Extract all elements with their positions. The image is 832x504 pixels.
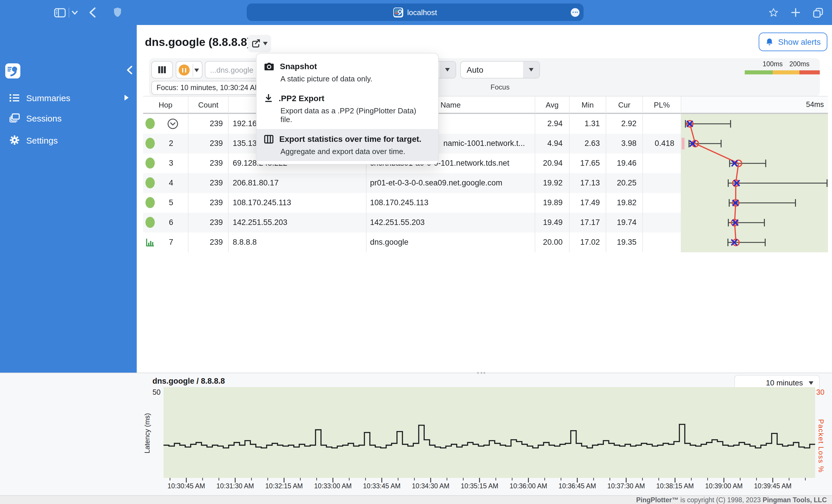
- column-header-Min[interactable]: Min: [570, 96, 606, 113]
- chevron-down-icon: [445, 68, 450, 72]
- min-cell: 1.31: [570, 114, 606, 134]
- y-axis-max-label: 50: [146, 388, 161, 396]
- cur-cell: 19.35: [606, 232, 643, 252]
- x-axis-label: 10:38:15 AM: [656, 482, 694, 489]
- legend-label-200ms: 200ms: [789, 60, 809, 67]
- tab-overview-icon[interactable]: [813, 7, 823, 18]
- table-row-hop-7[interactable]: 72398.8.8.8dns.google20.0017.0219.35: [143, 232, 681, 252]
- chevron-down-icon[interactable]: [72, 10, 78, 15]
- status-ok-icon: [146, 138, 155, 149]
- timeline-title: dns.google / 8.8.8.8: [152, 377, 225, 385]
- show-alerts-button[interactable]: Show alerts: [759, 32, 827, 51]
- bookmark-star-icon[interactable]: [769, 7, 778, 18]
- sidebar-item-label: Sessions: [26, 113, 62, 123]
- column-header-Cur[interactable]: Cur: [606, 96, 643, 113]
- name-cell: dns.google: [367, 232, 535, 252]
- menu-item-pp2-export[interactable]: .PP2 Export Export data as a .PP2 (PingP…: [257, 88, 438, 129]
- ip-cell: 142.251.55.203: [229, 213, 367, 232]
- table-row-hop-6[interactable]: 6239142.251.55.203142.251.55.20319.4917.…: [143, 213, 681, 232]
- latency-timeline-plot[interactable]: [163, 387, 815, 478]
- pause-split-button[interactable]: [176, 61, 203, 79]
- new-tab-icon[interactable]: [791, 8, 800, 17]
- ip-cell: 108.170.245.113: [229, 193, 367, 213]
- avg-cell: 2.94: [535, 114, 570, 134]
- pause-icon[interactable]: [179, 64, 190, 76]
- count-cell: 239: [188, 173, 229, 193]
- hop-number: 4: [164, 173, 178, 193]
- avg-cell: 19.49: [535, 213, 570, 232]
- footer-text: is copyright (C) 1998, 2023: [678, 497, 762, 503]
- window-close-button[interactable]: [8, 9, 14, 15]
- menu-item-desc: Export data as a .PP2 (PingPlotter Data)…: [281, 106, 429, 124]
- cur-cell: 20.25: [606, 173, 643, 193]
- table-row-hop-4[interactable]: 4239206.81.80.17pr01-et-0-3-0-0.sea09.ne…: [143, 173, 681, 193]
- status-ok-icon: [146, 217, 155, 228]
- export-button[interactable]: [248, 35, 271, 52]
- panel-resize-handle[interactable]: [477, 372, 485, 374]
- download-icon: [264, 93, 273, 103]
- min-cell: 17.13: [570, 173, 606, 193]
- min-cell: 17.17: [570, 213, 606, 232]
- back-icon[interactable]: [89, 7, 96, 18]
- latency-legend-bar: [745, 71, 820, 75]
- table-columns-icon: [264, 135, 274, 143]
- chevron-down-icon[interactable]: [194, 68, 199, 72]
- sidebar-item-sessions[interactable]: Sessions: [0, 109, 137, 127]
- min-cell: 17.49: [570, 193, 606, 213]
- menu-item-title: .PP2 Export: [279, 93, 324, 103]
- submenu-arrow-icon[interactable]: [125, 95, 129, 101]
- y2-axis-max-label: 30: [816, 388, 825, 396]
- x-axis-label: 10:34:30 AM: [412, 482, 449, 489]
- focus-status-text: Focus: 10 minutes, 10:30:24 AM - 1: [157, 84, 271, 92]
- shield-icon[interactable]: [113, 7, 122, 18]
- legend-label-100ms: 100ms: [762, 60, 783, 67]
- x-axis-label: 10:33:45 AM: [363, 482, 400, 489]
- pl-cell: [643, 114, 681, 134]
- hop-status-cell: 4: [143, 173, 188, 193]
- columns-button[interactable]: [151, 61, 173, 79]
- pl-cell: [643, 232, 681, 252]
- chevron-down-icon: [529, 68, 534, 72]
- hop-number: 5: [164, 193, 178, 213]
- status-ok-icon: [146, 197, 155, 208]
- table-row-hop-5[interactable]: 5239108.170.245.113108.170.245.11319.891…: [143, 193, 681, 213]
- address-url: localhost: [407, 8, 437, 17]
- sidebar-item-settings[interactable]: Settings: [0, 131, 137, 149]
- status-ok-icon: [146, 158, 155, 169]
- min-cell: 17.02: [570, 232, 606, 252]
- x-axis-label: 10:39:45 AM: [754, 482, 791, 489]
- sidebar-item-label: Settings: [26, 135, 58, 145]
- avg-cell: 20.00: [535, 232, 570, 252]
- avg-cell: 4.94: [535, 134, 570, 153]
- window-minimize-button[interactable]: [20, 9, 26, 15]
- column-header-Avg[interactable]: Avg: [535, 96, 570, 113]
- cur-cell: 19.74: [606, 213, 643, 232]
- menu-item-export-statistics[interactable]: Export statistics over time for target. …: [257, 129, 438, 161]
- menu-item-snapshot[interactable]: Snapshot A static picture of data only.: [257, 56, 438, 88]
- y-axis-title: Latency (ms): [143, 401, 151, 465]
- pingplotter-app: localhost Summaries: [0, 0, 832, 504]
- list-icon: [9, 93, 20, 102]
- x-axis-label: 10:30:45 AM: [167, 482, 205, 489]
- address-bar[interactable]: localhost: [247, 3, 583, 21]
- cur-cell: 19.82: [606, 193, 643, 213]
- hop-status-cell: [143, 114, 188, 134]
- graph-scale-max-label: 54ms: [806, 101, 824, 109]
- cur-cell: 3.98: [606, 134, 643, 153]
- expand-row-icon[interactable]: [167, 118, 179, 130]
- page-menu-icon[interactable]: [571, 8, 579, 17]
- footer-brand: PingPlotter™: [636, 497, 679, 503]
- show-alerts-label: Show alerts: [778, 37, 821, 47]
- sidebar-collapse-icon[interactable]: [126, 66, 133, 75]
- sidebar-item-summaries[interactable]: Summaries: [0, 88, 137, 107]
- column-header-Count[interactable]: Count: [188, 96, 229, 113]
- column-header-Hop[interactable]: Hop: [143, 96, 188, 113]
- status-ok-icon: [146, 118, 155, 129]
- window-zoom-button[interactable]: [31, 9, 37, 15]
- share-icon: [251, 39, 261, 48]
- sidebar-toggle-icon[interactable]: [54, 8, 66, 18]
- x-axis-label: 10:39:00 AM: [705, 482, 743, 489]
- columns-icon: [158, 66, 166, 74]
- focus-select[interactable]: Auto: [460, 61, 540, 79]
- column-header-PL%[interactable]: PL%: [643, 96, 681, 113]
